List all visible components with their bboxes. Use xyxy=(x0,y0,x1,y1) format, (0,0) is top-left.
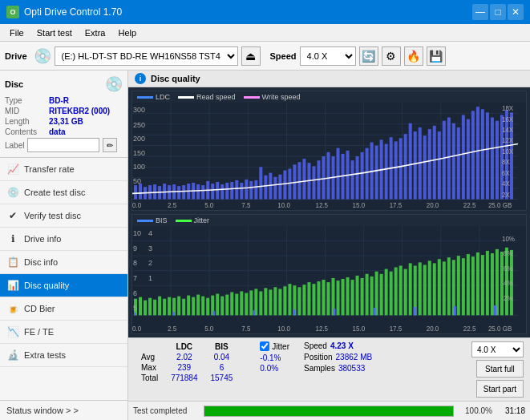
svg-text:200: 200 xyxy=(133,135,145,143)
settings-button[interactable]: ⚙ xyxy=(382,46,401,66)
svg-rect-225 xyxy=(374,308,376,315)
sidebar-item-verify-test-disc[interactable]: ✔ Verify test disc xyxy=(0,204,127,228)
save-button[interactable]: 💾 xyxy=(427,46,446,66)
transfer-rate-label: Transfer rate xyxy=(24,164,75,174)
sidebar-item-disc-quality[interactable]: 📊 Disc quality xyxy=(0,274,127,297)
minimize-button[interactable]: — xyxy=(472,4,488,20)
svg-rect-67 xyxy=(366,148,369,200)
svg-rect-227 xyxy=(454,306,456,315)
sidebar-item-extra-tests[interactable]: 🔬 Extra tests xyxy=(0,344,127,367)
sidebar-item-fe-te[interactable]: 📉 FE / TE xyxy=(0,321,127,344)
svg-rect-204 xyxy=(443,261,446,315)
sidebar-item-cd-bier[interactable]: 🍺 CD Bier xyxy=(0,297,127,321)
svg-rect-195 xyxy=(399,265,403,315)
menu-start-test[interactable]: Start test xyxy=(30,24,79,42)
close-button[interactable]: ✕ xyxy=(508,4,524,20)
svg-rect-88 xyxy=(467,119,470,200)
sidebar-item-disc-info[interactable]: 📋 Disc info xyxy=(0,251,127,274)
maximize-button[interactable]: □ xyxy=(490,4,506,20)
samples-label: Samples xyxy=(304,364,335,373)
svg-rect-186 xyxy=(356,276,359,315)
label-input[interactable] xyxy=(27,138,99,152)
svg-rect-153 xyxy=(196,295,200,316)
svg-rect-210 xyxy=(471,256,475,315)
svg-text:4: 4 xyxy=(148,229,152,237)
svg-text:10X: 10X xyxy=(502,148,514,155)
svg-text:2%: 2% xyxy=(504,295,513,302)
svg-text:14X: 14X xyxy=(502,127,514,134)
menu-extra[interactable]: Extra xyxy=(79,24,112,42)
legend-jitter-label: Jitter xyxy=(194,216,210,224)
svg-rect-168 xyxy=(269,289,272,315)
svg-text:8%: 8% xyxy=(504,250,513,257)
start-full-button[interactable]: Start full xyxy=(476,360,524,378)
speed-select[interactable]: 4.0 X xyxy=(300,46,356,66)
svg-rect-179 xyxy=(322,280,325,315)
speed-select-stats[interactable]: 4.0 X xyxy=(471,341,524,357)
svg-text:15.0: 15.0 xyxy=(353,202,366,209)
svg-text:5: 5 xyxy=(133,304,137,312)
chart2-legend: BIS Jitter xyxy=(132,215,526,226)
sidebar-item-transfer-rate[interactable]: 📈 Transfer rate xyxy=(0,158,127,181)
svg-rect-89 xyxy=(471,111,475,199)
label-edit-button[interactable]: ✏ xyxy=(103,138,117,152)
disc-quality-title: Disc quality xyxy=(151,74,200,83)
svg-text:12.5: 12.5 xyxy=(315,325,328,333)
svg-rect-85 xyxy=(452,123,455,200)
svg-rect-35 xyxy=(211,184,214,200)
svg-rect-150 xyxy=(182,299,185,316)
title-bar: O Opti Drive Control 1.70 — □ ✕ xyxy=(0,0,530,24)
menu-file[interactable]: File xyxy=(3,24,30,42)
drive-select[interactable]: (E:) HL-DT-ST BD-RE WH16NS58 TST4 xyxy=(55,46,238,66)
col-ldc: LDC xyxy=(164,341,204,352)
svg-rect-163 xyxy=(245,293,248,315)
svg-text:2X: 2X xyxy=(502,191,510,198)
svg-rect-51 xyxy=(288,168,291,199)
svg-rect-184 xyxy=(346,277,350,315)
svg-rect-80 xyxy=(428,129,431,200)
svg-rect-97 xyxy=(510,112,513,199)
svg-rect-166 xyxy=(259,291,262,315)
row-max-bis: 6 xyxy=(204,362,240,373)
sidebar-item-drive-info[interactable]: ℹ Drive info xyxy=(0,228,127,251)
svg-rect-90 xyxy=(476,107,479,199)
svg-rect-162 xyxy=(240,291,243,315)
eject-button[interactable]: ⏏ xyxy=(241,46,261,66)
svg-rect-178 xyxy=(317,281,320,315)
svg-text:2.5: 2.5 xyxy=(168,325,177,333)
status-window-button[interactable]: Status window > > xyxy=(0,400,127,420)
start-part-button[interactable]: Start part xyxy=(476,380,524,398)
svg-rect-65 xyxy=(356,156,359,200)
svg-rect-211 xyxy=(476,252,479,315)
svg-text:6: 6 xyxy=(133,289,137,297)
svg-rect-74 xyxy=(399,138,403,199)
svg-rect-219 xyxy=(134,313,136,315)
svg-text:18X: 18X xyxy=(502,105,514,112)
svg-rect-191 xyxy=(380,274,383,316)
svg-text:17.5: 17.5 xyxy=(390,325,403,333)
content-area: i Disc quality LDC Read speed xyxy=(128,71,530,420)
mid-label: MID xyxy=(5,107,49,115)
menu-help[interactable]: Help xyxy=(111,24,143,42)
progress-bar-container xyxy=(204,406,454,417)
burn-button[interactable]: 🔥 xyxy=(404,46,423,66)
disc-title: Disc xyxy=(5,79,23,89)
svg-rect-69 xyxy=(375,146,378,200)
svg-rect-223 xyxy=(293,309,295,315)
svg-rect-180 xyxy=(326,282,330,315)
svg-rect-79 xyxy=(423,135,427,199)
svg-rect-192 xyxy=(385,269,388,316)
app-icon: O xyxy=(6,6,19,18)
svg-rect-159 xyxy=(225,295,229,316)
refresh-button[interactable]: 🔄 xyxy=(359,46,378,66)
legend-bis-color xyxy=(137,220,153,222)
svg-rect-20 xyxy=(139,184,142,200)
svg-rect-213 xyxy=(486,251,489,315)
svg-text:150: 150 xyxy=(133,149,145,157)
jitter-checkbox[interactable] xyxy=(260,341,269,351)
svg-text:25.0 GB: 25.0 GB xyxy=(488,202,512,209)
sidebar-item-create-test-disc[interactable]: 💿 Create test disc xyxy=(0,181,127,204)
legend-ldc-color xyxy=(137,96,153,99)
svg-rect-214 xyxy=(491,253,494,315)
svg-rect-28 xyxy=(177,186,180,199)
